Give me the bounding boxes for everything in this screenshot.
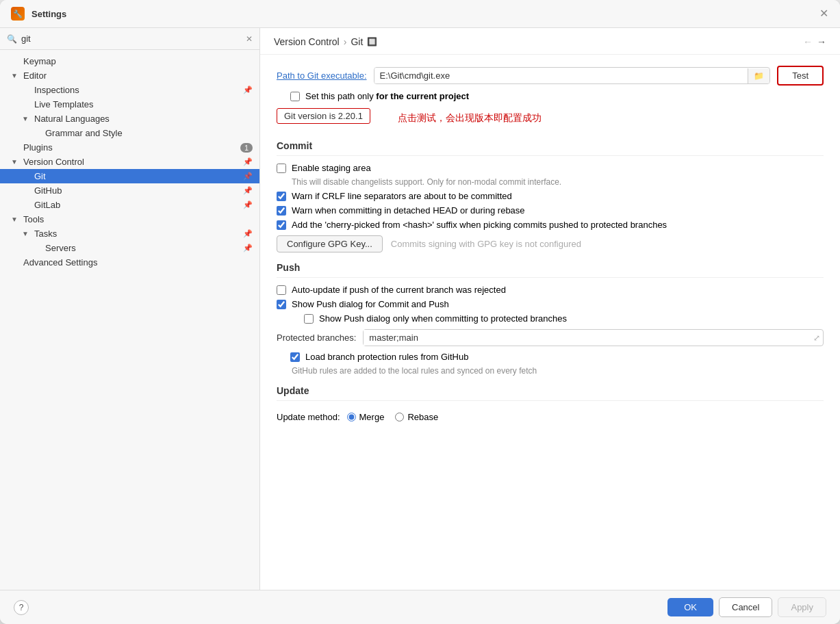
breadcrumb: Version Control › Git 🔲 [274, 36, 377, 47]
expand-icon[interactable]: ⤢ [811, 330, 823, 346]
enable-staging-checkbox[interactable] [277, 164, 286, 173]
main-panel: Version Control › Git 🔲 ← → Path to Git … [260, 28, 840, 590]
search-input[interactable] [21, 34, 242, 44]
sidebar-item-natural-languages[interactable]: ▼ Natural Languages [0, 112, 259, 126]
expand-arrow: ▼ [22, 115, 30, 122]
warn-detached-checkbox[interactable] [277, 206, 286, 216]
update-method-options: Merge Rebase [347, 412, 439, 422]
pin-icon: 📌 [243, 86, 253, 94]
version-box: Git version is 2.20.1 [277, 108, 370, 124]
sidebar-item-label: Tools [23, 214, 44, 224]
sidebar-item-label: Advanced Settings [23, 257, 97, 268]
warn-detached-label: Warn when committing in detached HEAD or… [292, 205, 525, 216]
add-cherry-row: Add the 'cherry-picked from <hash>' suff… [277, 220, 824, 230]
merge-radio[interactable] [347, 413, 356, 421]
update-method-label: Update method: [277, 412, 340, 422]
warn-crlf-checkbox[interactable] [277, 192, 286, 201]
configure-gpg-button[interactable]: Configure GPG Key... [277, 235, 383, 252]
show-push-only-checkbox[interactable] [304, 314, 314, 324]
sidebar-item-editor[interactable]: ▼ Editor [0, 68, 259, 83]
clear-search-button[interactable]: ✕ [246, 34, 253, 44]
sidebar-item-label: Grammar and Style [45, 128, 123, 138]
sidebar-item-keymap[interactable]: Keymap [0, 54, 259, 68]
close-button[interactable]: ✕ [818, 8, 829, 19]
load-branch-checkbox[interactable] [290, 352, 300, 362]
update-section-title: Update [277, 385, 824, 401]
sidebar-item-label: Plugins [23, 142, 53, 153]
auto-update-label: Auto-update if push of the current branc… [292, 285, 506, 295]
pin-icon: 📌 [243, 186, 253, 195]
sidebar-item-git[interactable]: Git 📌 [0, 169, 259, 183]
auto-update-checkbox[interactable] [277, 285, 286, 295]
update-method-row: Update method: Merge Rebase [277, 408, 824, 426]
expand-arrow: ▼ [11, 158, 19, 166]
settings-dialog: 🔧 Settings ✕ 🔍 ✕ Keymap ▼ Editor [0, 0, 840, 624]
sidebar-item-tools[interactable]: ▼ Tools [0, 212, 259, 226]
expand-arrow: ▼ [22, 230, 30, 237]
sidebar-item-version-control[interactable]: ▼ Version Control 📌 [0, 155, 259, 169]
breadcrumb-separator: › [344, 36, 347, 47]
staging-helper: This will disable changelists support. O… [292, 177, 824, 187]
sidebar-item-label: Natural Languages [34, 114, 110, 124]
add-cherry-checkbox[interactable] [277, 220, 286, 230]
plugins-badge: 1 [240, 143, 253, 153]
search-icon: 🔍 [7, 34, 17, 44]
set-path-checkbox[interactable] [290, 92, 300, 101]
path-input[interactable] [374, 68, 748, 83]
search-bar: 🔍 ✕ [0, 28, 259, 50]
sidebar-item-tasks[interactable]: ▼ Tasks 📌 [0, 226, 259, 241]
sidebar-item-advanced-settings[interactable]: Advanced Settings [0, 255, 259, 270]
path-label[interactable]: Path to Git executable: [277, 70, 367, 81]
gpg-note: Commits signing with GPG key is not conf… [391, 239, 581, 249]
test-button[interactable]: Test [777, 66, 824, 86]
apply-button[interactable]: Apply [778, 597, 826, 617]
sidebar-item-grammar-style[interactable]: Grammar and Style [0, 126, 259, 140]
merge-option[interactable]: Merge [347, 412, 385, 422]
protected-branches-row: Protected branches: ⤢ [277, 329, 824, 346]
pin-icon: 📌 [243, 244, 253, 252]
panel-header: Version Control › Git 🔲 ← → [260, 28, 840, 55]
load-branch-label: Load branch protection rules from GitHub [305, 352, 468, 362]
nav-back-button[interactable]: ← [803, 36, 813, 47]
enable-staging-row: Enable staging area [277, 163, 824, 173]
set-path-label: Set this path only for the current proje… [305, 91, 469, 101]
show-push-only-row: Show Push dialog only when committing to… [277, 313, 824, 324]
pin-icon: 📌 [243, 229, 253, 238]
app-icon: 🔧 [11, 7, 25, 21]
set-path-row: Set this path only for the current proje… [277, 91, 824, 101]
sidebar-item-gitlab[interactable]: GitLab 📌 [0, 198, 259, 212]
sidebar-item-servers[interactable]: Servers 📌 [0, 241, 259, 255]
sidebar-item-label: Keymap [23, 56, 56, 66]
sidebar-item-inspections[interactable]: Inspections 📌 [0, 83, 259, 97]
expand-arrow: ▼ [11, 72, 19, 79]
sidebar-item-label: Version Control [23, 157, 84, 167]
push-section-title: Push [277, 262, 824, 278]
github-rules-note: GitHub rules are added to the local rule… [292, 366, 824, 376]
cancel-button[interactable]: Cancel [719, 597, 772, 617]
rebase-radio[interactable] [395, 413, 404, 421]
ok-button[interactable]: OK [667, 598, 713, 616]
sidebar-item-label: Servers [45, 243, 76, 253]
protected-input[interactable] [364, 330, 811, 346]
show-push-only-label: Show Push dialog only when committing to… [319, 313, 567, 324]
nav-forward-button[interactable]: → [817, 36, 826, 47]
rebase-option[interactable]: Rebase [395, 412, 438, 422]
title-bar: 🔧 Settings ✕ [0, 0, 840, 28]
git-path-row: Path to Git executable: 📁 Test [277, 66, 824, 86]
panel-body: Path to Git executable: 📁 Test Set this … [260, 55, 840, 590]
chinese-note: 点击测试，会出现版本即配置成功 [398, 112, 542, 125]
pin-icon: 📌 [243, 157, 253, 166]
browse-button[interactable]: 📁 [748, 68, 769, 83]
help-button[interactable]: ? [14, 600, 29, 615]
show-push-dialog-checkbox[interactable] [277, 300, 286, 309]
show-push-dialog-row: Show Push dialog for Commit and Push [277, 299, 824, 309]
warn-detached-row: Warn when committing in detached HEAD or… [277, 205, 824, 216]
sidebar-item-github[interactable]: GitHub 📌 [0, 183, 259, 198]
gpg-row: Configure GPG Key... Commits signing wit… [277, 235, 824, 252]
load-branch-row: Load branch protection rules from GitHub [277, 352, 824, 362]
breadcrumb-current: Git [351, 36, 363, 47]
sidebar-item-live-templates[interactable]: Live Templates [0, 97, 259, 112]
sidebar-item-label: Tasks [34, 229, 57, 239]
sidebar-item-label: Git [34, 171, 46, 181]
sidebar-item-plugins[interactable]: Plugins 1 [0, 140, 259, 155]
